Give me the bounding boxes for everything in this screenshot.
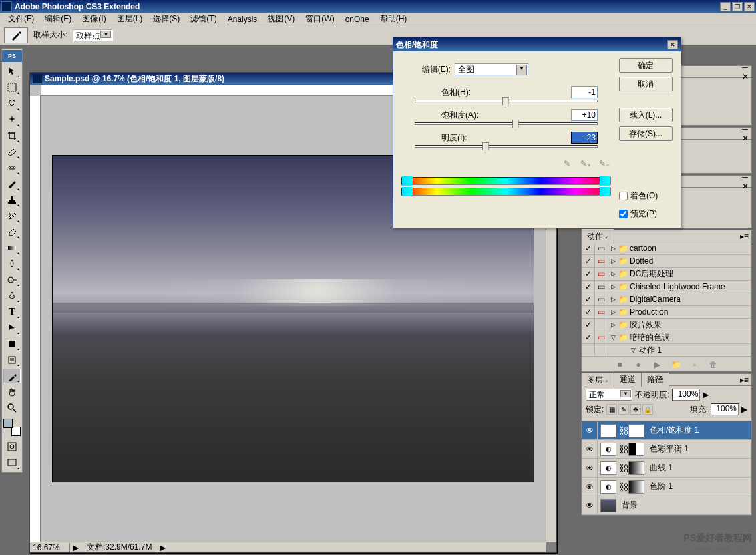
menu-select[interactable]: 选择(S) <box>148 13 185 25</box>
panel-menu-icon[interactable]: ▸≡ <box>737 232 751 241</box>
adjustment-thumb[interactable]: ◐ <box>600 461 616 475</box>
restore-button[interactable]: ❐ <box>732 2 743 11</box>
panel-menu-icon[interactable]: ─✕ <box>739 63 751 81</box>
marquee-tool[interactable] <box>3 80 21 95</box>
panel-menu-icon[interactable]: ▸≡ <box>737 375 751 385</box>
expand-icon[interactable]: ▷ <box>608 245 618 252</box>
saturation-slider[interactable] <box>415 122 598 125</box>
eyedropper-icon[interactable]: ✎ <box>560 157 574 170</box>
link-icon[interactable]: ⛓ <box>619 482 626 492</box>
layers-tab[interactable]: 图层× <box>582 373 614 387</box>
new-action-icon[interactable]: ▫ <box>689 359 700 370</box>
layer-mask-thumb[interactable] <box>628 443 644 456</box>
action-dialog-toggle[interactable]: ▭ <box>595 331 608 343</box>
screen-mode-toggle[interactable] <box>3 455 21 470</box>
visibility-toggle[interactable]: 👁 <box>582 459 598 477</box>
layer-row[interactable]: 👁◐⛓色相/饱和度 1 <box>582 421 751 440</box>
panel-menu-icon[interactable]: ─✕ <box>739 124 751 143</box>
dialog-close-button[interactable]: ✕ <box>667 40 678 49</box>
ok-button[interactable]: 确定 <box>619 58 673 73</box>
action-item[interactable]: ✓▭▷📁DigitalCamera <box>582 293 751 306</box>
quick-mask-toggle[interactable] <box>3 439 21 454</box>
sample-size-dropdown[interactable]: 取样点 <box>73 29 113 41</box>
load-button[interactable]: 载入(L)... <box>619 108 673 122</box>
layer-mask-thumb[interactable] <box>628 424 644 437</box>
expand-icon[interactable]: ▷ <box>608 296 618 303</box>
action-item[interactable]: ✓▭▷📁Chiseled Lightwood Frame <box>582 281 751 293</box>
link-icon[interactable]: ⛓ <box>619 444 626 455</box>
adjustment-thumb[interactable]: ◐ <box>600 443 616 456</box>
new-set-icon[interactable]: 📁 <box>671 359 681 370</box>
action-dialog-toggle[interactable]: ▭ <box>595 268 608 280</box>
type-tool[interactable]: T <box>3 305 21 319</box>
action-item[interactable]: ✓▭▽📁暗暗的色调 <box>582 331 751 344</box>
panel-menu-icon[interactable]: ─✕ <box>739 172 751 191</box>
expand-icon[interactable]: ▽ <box>608 334 618 341</box>
tool-preset-picker[interactable] <box>4 27 28 43</box>
action-dialog-toggle[interactable]: ▭ <box>595 293 608 305</box>
action-dialog-toggle[interactable]: ▭ <box>595 255 608 267</box>
notes-tool[interactable] <box>3 353 21 367</box>
saturation-input[interactable] <box>571 109 598 121</box>
preview-checkbox[interactable] <box>619 210 628 218</box>
layer-row[interactable]: 👁◐⛓色阶 1 <box>582 478 751 496</box>
action-toggle-checkbox[interactable]: ✓ <box>582 268 595 280</box>
visibility-toggle[interactable]: 👁 <box>582 478 598 496</box>
fill-flyout-icon[interactable]: ▶ <box>741 405 747 414</box>
dialog-titlebar[interactable]: 色相/饱和度 ✕ <box>393 38 681 51</box>
action-toggle-checkbox[interactable]: ✓ <box>582 281 595 293</box>
eyedropper-plus-icon[interactable]: ✎₊ <box>579 157 592 170</box>
action-toggle-checkbox[interactable]: ✓ <box>582 331 595 343</box>
opacity-flyout-icon[interactable]: ▶ <box>703 390 709 399</box>
action-toggle-checkbox[interactable]: ✓ <box>582 306 595 318</box>
cancel-button[interactable]: 取消 <box>619 77 673 91</box>
action-item-sub[interactable]: ▽ 动作 1 <box>582 344 751 357</box>
hue-input[interactable] <box>571 86 598 98</box>
menu-help[interactable]: 帮助(H) <box>375 13 413 25</box>
path-select-tool[interactable] <box>3 321 21 335</box>
layer-mask-thumb[interactable] <box>628 461 644 475</box>
menu-analysis[interactable]: Analysis <box>222 14 263 25</box>
layer-row[interactable]: 👁背景 <box>582 496 751 515</box>
crop-tool[interactable] <box>3 128 21 143</box>
expand-icon[interactable]: ▷ <box>608 270 618 277</box>
link-icon[interactable]: ⛓ <box>619 463 626 474</box>
blur-tool[interactable] <box>3 256 21 271</box>
trash-icon[interactable]: 🗑 <box>708 359 719 370</box>
close-button[interactable]: ✕ <box>744 2 755 11</box>
fill-input[interactable]: 100% <box>711 403 739 415</box>
minimize-button[interactable]: _ <box>720 2 731 11</box>
channels-tab[interactable]: 通道 <box>614 373 642 387</box>
adjustment-thumb[interactable]: ◐ <box>600 424 616 437</box>
heal-tool[interactable] <box>3 160 21 175</box>
eyedropper-minus-icon[interactable]: ✎₋ <box>598 157 611 170</box>
menu-layer[interactable]: 图层(L) <box>112 13 148 25</box>
action-toggle-checkbox[interactable]: ✓ <box>582 319 595 331</box>
stop-icon[interactable]: ■ <box>614 359 625 370</box>
expand-icon[interactable]: ▷ <box>608 283 618 290</box>
shape-tool[interactable] <box>3 337 21 351</box>
eraser-tool[interactable] <box>3 224 21 239</box>
menu-file[interactable]: 文件(F) <box>3 13 39 25</box>
dodge-tool[interactable] <box>3 272 21 287</box>
play-icon[interactable]: ▶ <box>652 359 663 370</box>
layer-mask-thumb[interactable] <box>628 480 644 494</box>
hue-spectrum-bottom[interactable] <box>401 188 611 196</box>
menu-view[interactable]: 视图(V) <box>262 13 300 25</box>
menu-image[interactable]: 图像(I) <box>77 13 111 25</box>
foreground-color[interactable] <box>3 419 13 428</box>
menu-filter[interactable]: 滤镜(T) <box>185 13 222 25</box>
visibility-toggle[interactable]: 👁 <box>582 496 598 514</box>
blend-mode-dropdown[interactable]: 正常 <box>586 389 632 401</box>
hand-tool[interactable] <box>3 385 21 399</box>
paths-tab[interactable]: 路径 <box>642 373 669 387</box>
action-toggle-checkbox[interactable]: ✓ <box>582 293 595 305</box>
pen-tool[interactable] <box>3 289 21 303</box>
colorize-checkbox[interactable] <box>619 192 628 200</box>
vertical-ruler[interactable] <box>30 96 41 542</box>
action-item[interactable]: ✓▭▷📁Production <box>582 306 751 319</box>
action-toggle-checkbox[interactable]: ✓ <box>582 242 595 254</box>
toolbox-header[interactable]: PS <box>2 50 22 62</box>
record-icon[interactable]: ● <box>633 359 644 370</box>
stamp-tool[interactable] <box>3 192 21 207</box>
